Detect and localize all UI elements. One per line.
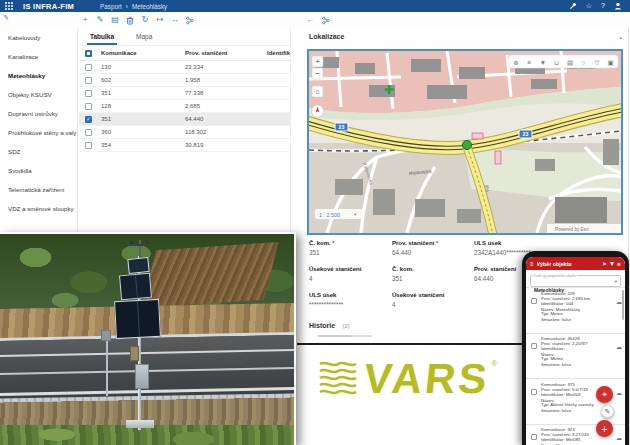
scrollbar[interactable]	[622, 290, 624, 320]
menu-icon[interactable]: ≡	[530, 261, 534, 267]
phone-title: Výběr objektu	[537, 261, 600, 267]
table-row[interactable]: 351 77.338	[79, 87, 290, 100]
svg-text:23: 23	[339, 124, 345, 130]
sidebar-item[interactable]: SDZ	[0, 142, 77, 161]
sidebar-item-label: Kabelovody	[8, 34, 40, 41]
junction-box	[130, 346, 139, 361]
add-record-button[interactable]: +	[81, 13, 89, 27]
cell-komunikace: 351	[101, 116, 185, 122]
map-widget[interactable]: 23 23 351 Hrotovická Račerovická 1 : 2 5…	[307, 49, 623, 235]
cloud-download-icon[interactable]: ☁	[616, 343, 622, 376]
row-checkbox[interactable]	[85, 103, 92, 110]
table-row[interactable]: 360 118.302	[79, 126, 290, 139]
row-checkbox[interactable]	[85, 129, 92, 136]
locate-fab-button[interactable]: ⌖	[596, 386, 613, 403]
resize-button[interactable]: ↔	[171, 13, 179, 27]
item-checkbox[interactable]	[531, 434, 537, 440]
attach-button[interactable]: ↦	[156, 13, 164, 27]
select-all-checkbox[interactable]	[85, 50, 92, 57]
historie-subtext	[318, 335, 352, 337]
column-header-identifikator[interactable]: Identifikátor	[267, 50, 290, 56]
sidebar-item[interactable]: Protihlukové stěny a valy	[0, 123, 77, 142]
column-header-prov-stanceni[interactable]: Prov. staničení	[185, 50, 267, 56]
pin-icon[interactable]	[569, 2, 577, 10]
table-row[interactable]: 128 2.685	[79, 100, 290, 113]
table-row[interactable]: 602 1.958	[79, 74, 290, 87]
field-label: Č. kom.	[309, 240, 392, 246]
sidebar-item[interactable]: Telematická zařízení	[0, 180, 77, 199]
sidebar-item[interactable]: VDZ a směrové sloupky	[0, 199, 77, 218]
sidebar-item[interactable]: Kabelovody	[0, 28, 77, 47]
row-checkbox[interactable]	[85, 90, 92, 97]
close-icon[interactable]: ⊗	[617, 261, 621, 267]
detail-field: Č. kom. 351	[392, 266, 474, 292]
row-checkbox[interactable]	[85, 64, 92, 71]
help-icon[interactable]: ?	[601, 0, 605, 12]
map-toolbar[interactable]: ⊕ ≡ ▼ ⊔ ▤ ○ ▽ ▣	[509, 55, 618, 68]
cloud-download-icon[interactable]: ☁	[616, 434, 622, 445]
cell-komunikace: 130	[101, 64, 185, 70]
delete-record-button[interactable]	[126, 16, 134, 25]
favorite-star-icon[interactable]: ☆	[586, 0, 592, 12]
section-collapse-icon[interactable]: ▴	[619, 34, 622, 40]
form-view-button[interactable]: ▤	[111, 13, 119, 27]
share-panel-button[interactable]	[322, 16, 330, 25]
detail-field: Úsekové staničení 4	[309, 266, 392, 292]
sidebar-item[interactable]: Objekty KSUSV	[0, 85, 77, 104]
edit-fab-button[interactable]: ✎	[601, 405, 614, 418]
tab-tabulka[interactable]: Tabulka	[87, 28, 117, 45]
table-row[interactable]: 354 30.819	[79, 139, 290, 152]
detail-field: Č. kom. 351	[309, 240, 392, 266]
field-label: Úsekové staničení	[309, 266, 392, 272]
field-label: ULS úsek	[309, 292, 392, 298]
item-checkbox[interactable]	[531, 389, 537, 395]
sidebar-item[interactable]: Dopravní ostrůvky	[0, 104, 77, 123]
table-row[interactable]: 351 64.440	[79, 113, 290, 126]
phone-header: ≡ Výběr objektu ⚑ ⊗	[526, 257, 625, 270]
object-type-select[interactable]: Zvolte typ pasportového objektu Meteohlá…	[530, 275, 621, 287]
map-scale-control[interactable]: 1 : 2 500 ▾	[315, 209, 363, 219]
map-selected-object-marker[interactable]	[462, 140, 471, 149]
sidebar-edit-icon[interactable]: ✎	[2, 14, 9, 23]
share-button[interactable]	[186, 16, 194, 25]
svg-text:23: 23	[523, 131, 529, 137]
map-canvas[interactable]: 23 23 351 Hrotovická Račerovická 1 : 2 5…	[309, 51, 621, 233]
breadcrumb-current: Meteohlásky	[132, 3, 167, 10]
back-button[interactable]: ←	[306, 13, 314, 27]
sidebar-item[interactable]: Svodidla	[0, 161, 77, 180]
breadcrumb-root[interactable]: Pasport	[100, 3, 122, 10]
save-icon: ▤	[567, 59, 573, 66]
object-list-item[interactable]: Komunikace: 35428 Prov. staničení: 2.20/…	[526, 333, 625, 379]
row-checkbox[interactable]	[85, 77, 92, 84]
vars-logo: VARS ®	[318, 358, 497, 400]
sidebar-item[interactable]: Meteohlásky	[0, 66, 77, 85]
map-zoom-controls[interactable]: + − ⌂	[312, 56, 324, 117]
user-profile-icon[interactable]	[614, 2, 622, 10]
app-launcher-icon[interactable]	[5, 2, 13, 10]
table-header-row: Komunikace Prov. staničení Identifikátor	[79, 46, 290, 61]
add-fab-button[interactable]: +	[596, 420, 613, 437]
globe-icon: ⊕	[513, 59, 518, 66]
cell-prov-stanceni: 2.685	[185, 103, 267, 109]
object-list-item[interactable]: Komunikace: 128 Prov. staničení: 2.685 k…	[526, 287, 625, 333]
item-checkbox[interactable]	[531, 343, 537, 349]
cloud-download-icon[interactable]: ☁	[616, 389, 622, 422]
flag-icon[interactable]: ⚑	[602, 261, 606, 267]
column-header-komunikace[interactable]: Komunikace	[101, 50, 185, 56]
sidebar-item[interactable]: Kanalizace	[0, 47, 77, 66]
edit-record-button[interactable]: ✎	[96, 13, 104, 27]
filter-icon[interactable]	[610, 262, 614, 266]
view-tabs: Tabulka Mapa	[79, 28, 290, 46]
item-details: Komunikace: 923 Prov. staničení: 3.27/24…	[541, 427, 596, 445]
row-checkbox[interactable]	[85, 116, 92, 123]
refresh-button[interactable]: ↻	[141, 13, 149, 27]
row-checkbox[interactable]	[85, 142, 92, 149]
detail-field: Úsekové staničení 4	[392, 292, 474, 318]
cell-prov-stanceni: 77.338	[185, 90, 267, 96]
item-checkbox[interactable]	[531, 298, 537, 304]
tab-mapa[interactable]: Mapa	[133, 28, 155, 45]
historie-section[interactable]: Historie (2)	[309, 314, 352, 337]
photo-meteo-station	[100, 254, 180, 434]
table-row[interactable]: 130 23.334	[79, 61, 290, 74]
field-label: Č. kom.	[392, 266, 474, 272]
